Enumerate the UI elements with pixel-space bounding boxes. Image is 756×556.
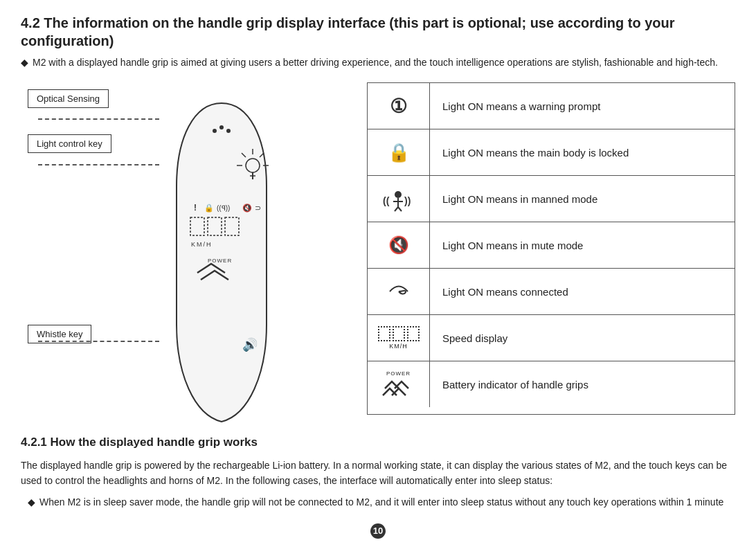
- svg-text:((: ((: [383, 195, 390, 206]
- svg-text:((ꟼ)): ((ꟼ)): [217, 204, 230, 212]
- info-row-battery: POWER Battery indicator of handle grips: [368, 361, 735, 407]
- speed-icon-cell: KM/H: [368, 315, 430, 361]
- svg-text:POWER: POWER: [208, 258, 232, 264]
- info-row-lock: 🔒 Light ON means the main body is locked: [368, 129, 735, 176]
- speed-display-icon: KM/H: [378, 326, 420, 350]
- svg-text:KM/H: KM/H: [191, 241, 213, 248]
- speed-text: Speed display: [430, 324, 735, 352]
- page-number-area: 10: [21, 523, 735, 539]
- info-row-connected: Light ON means connected: [368, 269, 735, 315]
- left-panel: Optical Sensing Light control key Whistl…: [21, 82, 353, 415]
- mute-text: Light ON means in mute mode: [430, 231, 735, 260]
- info-row-speed: KM/H Speed display: [368, 315, 735, 361]
- bottom-bullet: ◆ When M2 is in sleep saver mode, the ha…: [28, 494, 735, 510]
- section-title: 4.2.1 How the displayed handle grip work…: [21, 436, 735, 449]
- body-text: The displayed handle grip is powered by …: [21, 458, 735, 489]
- lock-icon: 🔒: [388, 142, 410, 163]
- connected-icon-cell: [368, 269, 430, 314]
- svg-text:)): )): [404, 195, 411, 206]
- page-title: 4.2 The information on the handle grip d…: [21, 14, 735, 50]
- battery-icon-cell: POWER: [368, 361, 430, 407]
- lock-icon-cell: 🔒: [368, 129, 430, 175]
- info-row-manned: (( )) Light ON means in manned mode: [368, 176, 735, 222]
- main-content: Optical Sensing Light control key Whistl…: [21, 82, 735, 415]
- svg-point-2: [226, 129, 231, 133]
- warning-icon: ①: [390, 95, 407, 118]
- warning-icon-cell: ①: [368, 83, 430, 129]
- svg-text:⊃: ⊃: [255, 204, 261, 212]
- info-row-mute: 🔇 Light ON means in mute mode: [368, 222, 735, 269]
- svg-point-23: [395, 191, 402, 198]
- svg-point-1: [219, 125, 224, 129]
- dashed-line-whistle: [38, 341, 159, 342]
- mute-icon: 🔇: [388, 235, 409, 255]
- svg-point-0: [213, 129, 217, 133]
- connected-text: Light ON means connected: [430, 278, 735, 306]
- handle-grip-svg: ! 🔒 ((ꟼ)) 🔇 ⊃ KM/H: [159, 82, 284, 429]
- svg-line-27: [398, 207, 402, 211]
- info-table: ① Light ON means a warning prompt 🔒 Ligh…: [367, 82, 735, 415]
- svg-text:🔊: 🔊: [242, 337, 258, 352]
- manned-icon-cell: (( )): [368, 176, 430, 222]
- manned-icon: (( )): [379, 185, 417, 213]
- manned-text: Light ON means in manned mode: [430, 185, 735, 213]
- info-row-warning: ① Light ON means a warning prompt: [368, 83, 735, 129]
- dashed-line-light: [38, 164, 159, 165]
- svg-text:🔒: 🔒: [204, 203, 214, 213]
- svg-line-26: [395, 207, 398, 211]
- lock-text: Light ON means the main body is locked: [430, 138, 735, 167]
- subtitle-bullet: ◆ M2 with a displayed handle grip is aim…: [21, 55, 735, 70]
- svg-text:!: !: [194, 203, 197, 213]
- battery-indicator-icon: POWER: [379, 370, 417, 399]
- battery-text: Battery indicator of handle grips: [430, 370, 735, 399]
- light-control-label: Light control key: [28, 134, 111, 153]
- svg-text:🔇: 🔇: [242, 203, 252, 213]
- page-number: 10: [370, 523, 386, 539]
- warning-text: Light ON means a warning prompt: [430, 92, 735, 120]
- connected-icon: [381, 280, 416, 304]
- grip-diagram: ! 🔒 ((ꟼ)) 🔇 ⊃ KM/H: [159, 82, 298, 431]
- mute-icon-cell: 🔇: [368, 222, 430, 268]
- optical-sensing-label: Optical Sensing: [28, 89, 109, 108]
- dashed-line-optical: [38, 118, 159, 120]
